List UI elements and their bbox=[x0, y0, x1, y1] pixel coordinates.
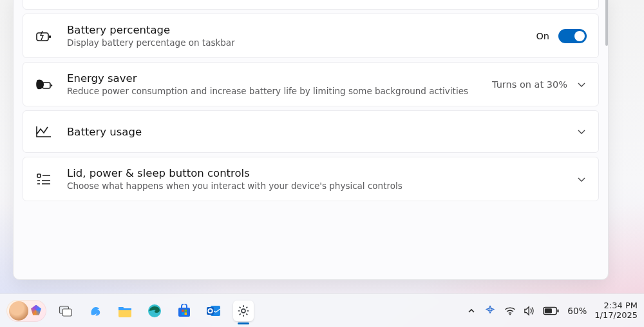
svg-rect-11 bbox=[182, 312, 184, 315]
svg-rect-3 bbox=[51, 84, 52, 86]
battery-icon[interactable] bbox=[543, 306, 560, 315]
usage-graph-icon bbox=[35, 125, 53, 138]
energy-saver-status: Turns on at 30% bbox=[492, 79, 567, 90]
svg-rect-4 bbox=[37, 174, 41, 177]
battery-percentage-toggle[interactable] bbox=[558, 29, 587, 43]
settings-window: Choose what happens when your device is … bbox=[13, 0, 609, 280]
taskbar-icon-explorer[interactable] bbox=[115, 301, 135, 321]
battery-percentage-label: 60% bbox=[567, 306, 587, 316]
svg-rect-1 bbox=[49, 35, 51, 38]
taskbar-icon-store[interactable] bbox=[174, 301, 194, 321]
setting-title: Battery percentage bbox=[67, 24, 522, 36]
setting-title: Energy saver bbox=[67, 72, 478, 84]
svg-rect-21 bbox=[545, 308, 552, 313]
setting-row-battery-usage[interactable]: Battery usage bbox=[23, 110, 599, 153]
widgets-icon bbox=[31, 305, 41, 315]
setting-subtitle: Reduce power consumption and increase ba… bbox=[67, 86, 478, 96]
setting-row-idle[interactable]: Choose what happens when your device is … bbox=[23, 0, 599, 10]
svg-rect-6 bbox=[62, 309, 71, 316]
setting-title: Lid, power & sleep button controls bbox=[67, 167, 562, 179]
taskbar-icon-settings[interactable] bbox=[233, 301, 254, 321]
taskbar-icon-copilot[interactable] bbox=[85, 301, 106, 321]
taskbar-icon-outlook[interactable] bbox=[204, 301, 224, 321]
svg-rect-20 bbox=[558, 309, 559, 312]
avatar bbox=[9, 301, 28, 321]
start-widgets-pill[interactable] bbox=[6, 300, 46, 322]
battery-percent-icon bbox=[35, 29, 53, 43]
taskbar-icon-edge[interactable] bbox=[144, 301, 165, 321]
svg-point-18 bbox=[509, 313, 511, 315]
volume-icon[interactable] bbox=[524, 306, 535, 316]
svg-point-16 bbox=[242, 309, 245, 313]
svg-rect-12 bbox=[185, 312, 187, 315]
setting-subtitle: Display battery percentage on taskbar bbox=[67, 37, 522, 48]
setting-subtitle: Choose what happens when you interact wi… bbox=[67, 181, 562, 191]
taskbar: 60% 2:34 PM 1/17/2025 bbox=[0, 293, 644, 327]
taskbar-icon-taskview[interactable] bbox=[55, 301, 76, 321]
toggle-state-label: On bbox=[536, 31, 549, 41]
chevron-down-icon bbox=[576, 79, 587, 90]
svg-rect-8 bbox=[178, 308, 190, 317]
svg-point-17 bbox=[489, 308, 491, 310]
tray-overflow-icon[interactable] bbox=[467, 306, 476, 315]
clock-area[interactable]: 2:34 PM 1/17/2025 bbox=[594, 301, 638, 321]
wifi-icon[interactable] bbox=[504, 306, 516, 316]
energy-saver-icon bbox=[35, 77, 53, 92]
setting-row-lid-power-controls[interactable]: Lid, power & sleep button controls Choos… bbox=[23, 157, 599, 201]
cloud-sync-icon[interactable] bbox=[484, 304, 497, 317]
svg-rect-10 bbox=[185, 310, 187, 312]
tray-time: 2:34 PM bbox=[594, 301, 638, 311]
chevron-down-icon bbox=[576, 126, 587, 137]
svg-rect-9 bbox=[182, 310, 184, 312]
setting-row-energy-saver[interactable]: Energy saver Reduce power consumption an… bbox=[23, 62, 599, 106]
tray-date: 1/17/2025 bbox=[594, 311, 638, 321]
controls-list-icon bbox=[35, 173, 53, 186]
setting-title: Battery usage bbox=[67, 126, 562, 138]
setting-row-battery-percentage[interactable]: Battery percentage Display battery perce… bbox=[23, 14, 599, 58]
chevron-down-icon bbox=[576, 174, 587, 184]
